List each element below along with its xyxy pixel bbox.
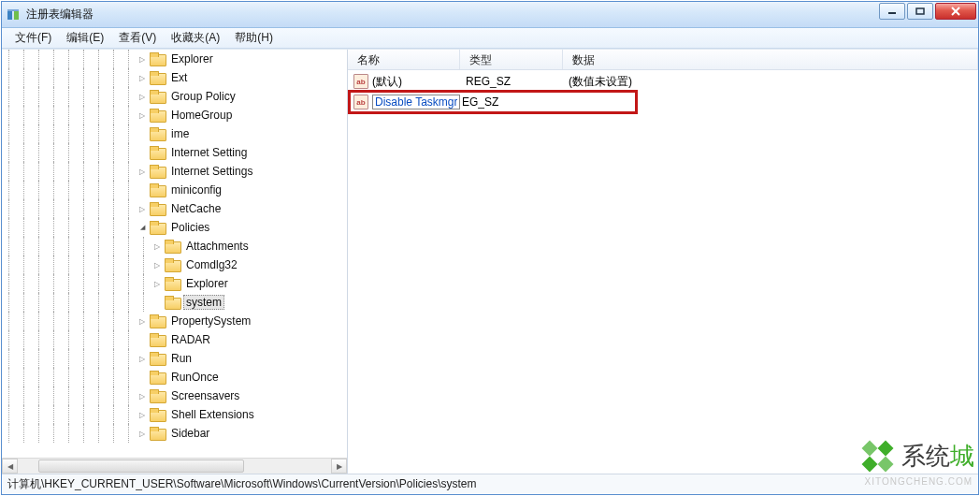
window-controls: [877, 3, 976, 20]
tree-node-label: Run: [168, 351, 195, 366]
titlebar[interactable]: 注册表编辑器: [2, 2, 978, 28]
menu-edit[interactable]: 编辑(E): [59, 28, 111, 48]
tree-node-label: Comdlg32: [183, 257, 240, 272]
folder-icon: [150, 352, 165, 365]
tree-node[interactable]: Attachments: [2, 237, 347, 255]
tree-node[interactable]: Run: [2, 349, 347, 368]
menu-view[interactable]: 查看(V): [111, 28, 164, 48]
column-name[interactable]: 名称: [348, 50, 460, 69]
tree-toggle-icon[interactable]: [137, 222, 148, 233]
folder-icon: [165, 240, 180, 253]
tree-node[interactable]: Policies: [2, 218, 347, 237]
tree-horizontal-scrollbar[interactable]: ◀ ▶: [2, 458, 347, 474]
value-row-default[interactable]: ab (默认) REG_SZ (数值未设置): [348, 72, 978, 91]
tree-toggle-icon[interactable]: [137, 353, 148, 364]
tree-node[interactable]: Sidebar: [2, 424, 347, 443]
folder-icon: [150, 109, 165, 122]
tree-node[interactable]: RunOnce: [2, 368, 347, 387]
tree-node-label: Screensavers: [168, 388, 242, 403]
folder-icon: [150, 371, 165, 384]
minimize-button[interactable]: [879, 3, 905, 20]
folder-icon: [150, 165, 165, 178]
svg-rect-0: [7, 10, 12, 20]
maximize-button[interactable]: [907, 3, 933, 20]
scroll-left-button[interactable]: ◀: [2, 459, 18, 474]
tree-node[interactable]: HomeGroup: [2, 106, 347, 124]
tree-toggle-icon[interactable]: [151, 259, 163, 270]
folder-icon: [150, 427, 165, 440]
menu-file[interactable]: 文件(F): [7, 28, 59, 48]
tree-toggle-icon[interactable]: [137, 166, 148, 177]
values-body[interactable]: ab (默认) REG_SZ (数值未设置) ab EG_SZ: [348, 70, 978, 474]
value-data: (数值未设置): [569, 74, 978, 90]
tree-toggle-none: [137, 334, 148, 345]
tree-toggle-icon[interactable]: [137, 91, 148, 102]
value-name: (默认): [372, 74, 466, 90]
tree-node-label: Explorer: [183, 276, 231, 291]
value-rename-input[interactable]: [372, 95, 460, 109]
close-button[interactable]: [935, 3, 976, 20]
tree-node[interactable]: Internet Setting: [2, 143, 347, 162]
tree-node-label: Group Policy: [168, 89, 238, 104]
tree-toggle-icon[interactable]: [137, 315, 148, 327]
column-type[interactable]: 类型: [460, 50, 563, 69]
tree-toggle-icon[interactable]: [137, 390, 148, 401]
tree-toggle-none: [137, 147, 148, 158]
menubar: 文件(F) 编辑(E) 查看(V) 收藏夹(A) 帮助(H): [2, 28, 978, 49]
tree-toggle-icon[interactable]: [137, 409, 148, 420]
tree-node[interactable]: Explorer: [2, 274, 347, 293]
folder-icon: [150, 71, 165, 84]
folder-icon: [150, 183, 165, 197]
tree-node[interactable]: Internet Settings: [2, 162, 347, 181]
tree-toggle-icon[interactable]: [137, 428, 148, 439]
status-path: 计算机\HKEY_CURRENT_USER\Software\Microsoft…: [7, 476, 476, 492]
tree-toggle-icon[interactable]: [151, 278, 163, 289]
menu-help[interactable]: 帮助(H): [227, 28, 281, 48]
tree-node[interactable]: Comdlg32: [2, 255, 347, 274]
tree-node-label: Sidebar: [168, 426, 212, 441]
tree-node[interactable]: RADAR: [2, 330, 347, 349]
tree-node[interactable]: ime: [2, 124, 347, 143]
watermark-url: XITONGCHENG.COM: [865, 476, 973, 487]
tree-node[interactable]: Group Policy: [2, 87, 347, 106]
tree-toggle-icon[interactable]: [151, 241, 163, 252]
tree-node[interactable]: NetCache: [2, 199, 347, 218]
value-row-editing[interactable]: ab EG_SZ: [353, 93, 565, 111]
values-header[interactable]: 名称 类型 数据: [348, 50, 978, 70]
folder-icon: [165, 277, 180, 290]
tree-node[interactable]: PropertySystem: [2, 312, 347, 330]
tree-toggle-none: [137, 128, 148, 139]
folder-icon: [150, 90, 165, 103]
values-pane: 名称 类型 数据 ab (默认) REG_SZ (数值未设置) ab EG_SZ: [348, 50, 978, 474]
tree-toggle-icon[interactable]: [137, 203, 148, 214]
scroll-thumb[interactable]: [38, 460, 244, 473]
scroll-right-button[interactable]: ▶: [331, 459, 347, 474]
folder-icon: [150, 221, 165, 234]
tree-toggle-icon[interactable]: [137, 109, 148, 121]
tree-scroll-area[interactable]: ExplorerExtGroup PolicyHomeGroupimeInter…: [2, 50, 347, 458]
scroll-track[interactable]: [18, 459, 331, 474]
svg-rect-2: [7, 9, 19, 11]
tree-node-label: PropertySystem: [168, 314, 253, 328]
tree-toggle-icon[interactable]: [137, 53, 148, 65]
tree-node[interactable]: Ext: [2, 68, 347, 87]
tree-node-label: Internet Settings: [168, 164, 255, 179]
tree-node[interactable]: system: [2, 293, 347, 312]
tree-node-label: Attachments: [183, 239, 252, 254]
tree-node[interactable]: Explorer: [2, 50, 347, 68]
tree-node[interactable]: Screensavers: [2, 387, 347, 405]
folder-icon: [150, 408, 165, 421]
tree-node[interactable]: miniconfig: [2, 181, 347, 199]
folder-icon: [150, 314, 165, 328]
tree-node-label: Shell Extensions: [168, 407, 257, 422]
value-type: EG_SZ: [462, 95, 565, 109]
tree-toggle-icon[interactable]: [137, 72, 148, 83]
window-frame: 注册表编辑器 文件(F) 编辑(E) 查看(V) 收藏夹(A) 帮助(H) Ex…: [1, 1, 979, 495]
folder-icon: [150, 389, 165, 402]
tree-node-label: Internet Setting: [168, 145, 250, 160]
menu-favorites[interactable]: 收藏夹(A): [164, 28, 227, 48]
column-data[interactable]: 数据: [563, 50, 978, 69]
tree-node[interactable]: Shell Extensions: [2, 405, 347, 424]
folder-icon: [150, 333, 165, 346]
tree-node-label: RunOnce: [168, 370, 222, 385]
